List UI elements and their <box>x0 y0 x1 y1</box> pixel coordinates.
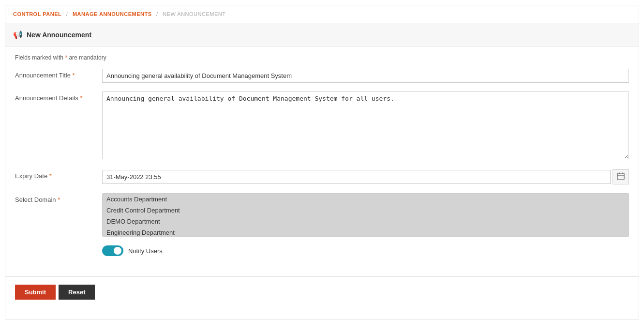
notify-label: Notify Users <box>128 247 163 255</box>
announcement-details-wrap: Announcing general availability of Docum… <box>102 91 629 161</box>
breadcrumb-sep2: / <box>156 11 158 17</box>
calendar-icon <box>617 172 625 180</box>
date-wrapper <box>102 169 629 184</box>
toggle-slider <box>102 245 123 256</box>
page-title: New Announcement <box>27 31 91 39</box>
mandatory-note: Fields marked with * are mandatory <box>15 54 629 61</box>
form-container: Fields marked with * are mandatory Annou… <box>5 46 639 273</box>
announcement-icon: 📢 <box>13 30 23 39</box>
announcement-title-group: Announcement Title * <box>15 69 629 83</box>
notify-toggle[interactable] <box>102 245 123 256</box>
submit-button[interactable]: Submit <box>15 285 56 300</box>
announcement-details-label: Announcement Details * <box>15 91 102 102</box>
breadcrumb-current: NEW ANNOUNCEMENT <box>163 11 225 17</box>
domain-select[interactable]: Accounts Department Credit Control Depar… <box>102 193 629 237</box>
select-domain-group: Select Domain * Accounts Department Cred… <box>15 193 629 237</box>
announcement-title-wrap <box>102 69 629 83</box>
reset-button[interactable]: Reset <box>59 285 95 300</box>
expiry-date-wrap <box>102 169 629 184</box>
select-domain-label: Select Domain * <box>15 193 102 203</box>
calendar-picker-button[interactable] <box>613 169 629 184</box>
svg-rect-0 <box>617 173 624 180</box>
notify-users-group: Notify Users <box>15 245 629 256</box>
mandatory-text: Fields marked with <box>15 54 65 61</box>
breadcrumb: CONTROL PANEL / MANAGE ANNOUNCEMENTS / N… <box>5 5 639 23</box>
expiry-date-label: Expiry Date * <box>15 169 102 180</box>
page-header: 📢 New Announcement <box>5 23 639 46</box>
announcement-details-group: Announcement Details * Announcing genera… <box>15 91 629 161</box>
breadcrumb-link-manage-announcements[interactable]: MANAGE ANNOUNCEMENTS <box>73 11 152 17</box>
breadcrumb-sep1: / <box>66 11 68 17</box>
announcement-title-label: Announcement Title * <box>15 69 102 79</box>
domain-option-credit[interactable]: Credit Control Department <box>103 205 629 216</box>
domain-option-demo[interactable]: DEMO Department <box>103 216 629 227</box>
domain-option-engineering[interactable]: Engineering Department <box>103 227 629 237</box>
button-row: Submit Reset <box>5 285 639 309</box>
expiry-date-input[interactable] <box>102 170 611 184</box>
announcement-details-textarea[interactable]: Announcing general availability of Docum… <box>102 91 629 159</box>
select-domain-wrap: Accounts Department Credit Control Depar… <box>102 193 629 237</box>
breadcrumb-link-control-panel[interactable]: CONTROL PANEL <box>13 11 61 17</box>
form-divider <box>5 276 639 277</box>
announcement-title-input[interactable] <box>102 69 629 83</box>
mandatory-text2: are mandatory <box>67 54 106 61</box>
expiry-date-group: Expiry Date * <box>15 169 629 184</box>
domain-option-accounts[interactable]: Accounts Department <box>103 194 629 205</box>
